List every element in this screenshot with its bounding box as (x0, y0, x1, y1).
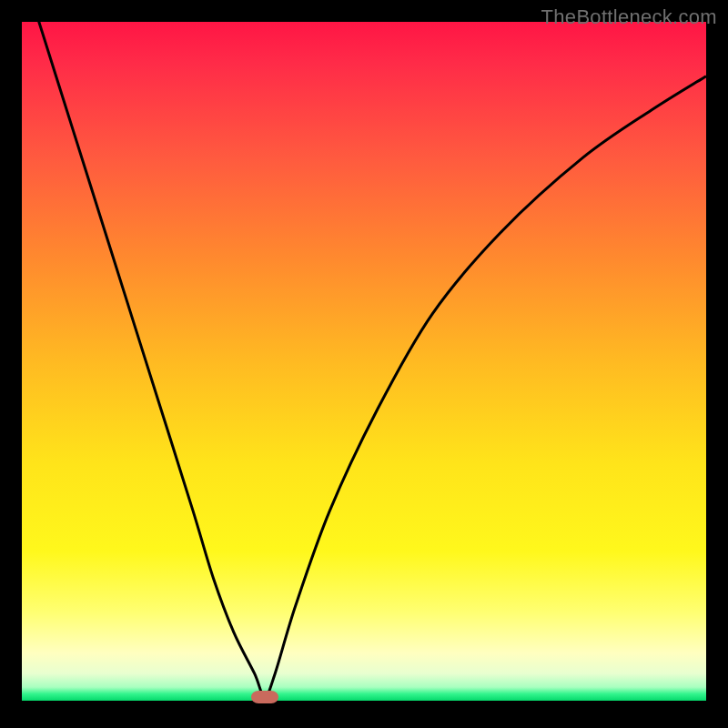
bottleneck-curve (22, 22, 706, 697)
bottom-frame (22, 701, 706, 712)
curve-svg (22, 22, 706, 701)
minimum-marker (251, 691, 278, 703)
plot-area (22, 22, 706, 712)
chart-stage: TheBottleneck.com (0, 0, 728, 728)
watermark-text: TheBottleneck.com (541, 5, 717, 29)
